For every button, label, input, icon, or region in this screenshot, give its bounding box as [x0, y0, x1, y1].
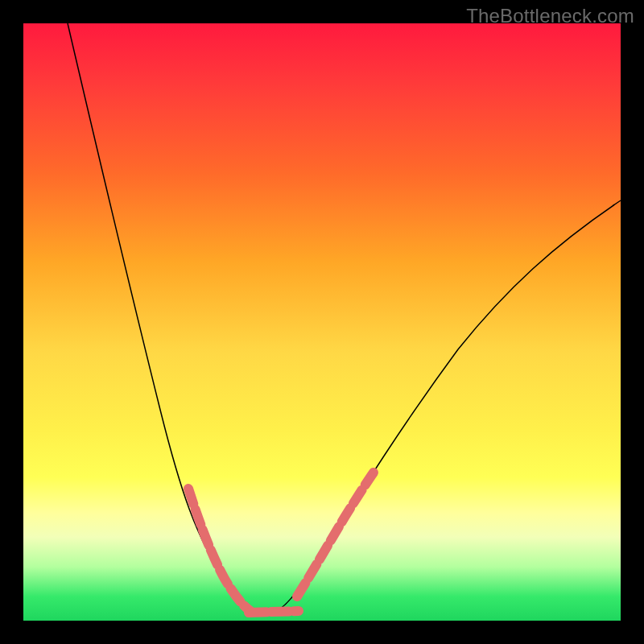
highlight-band-right [297, 473, 374, 597]
curve-layer [23, 23, 621, 621]
bottleneck-curve [68, 23, 621, 615]
highlight-band-left [188, 489, 250, 611]
watermark-text: TheBottleneck.com [466, 5, 634, 27]
chart-plot-area [23, 23, 621, 621]
highlight-band-flat [249, 611, 299, 613]
